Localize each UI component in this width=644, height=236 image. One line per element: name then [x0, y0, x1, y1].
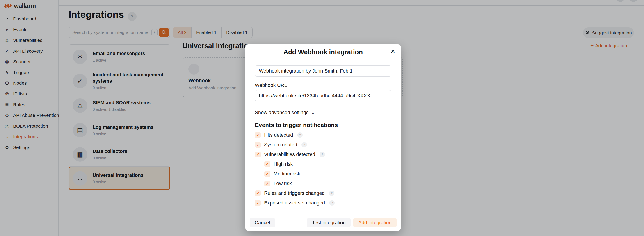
- cancel-button[interactable]: Cancel: [250, 218, 275, 228]
- help-icon[interactable]: ?: [329, 200, 334, 206]
- divider: [255, 106, 392, 106]
- checkbox-system-related[interactable]: ✓ System related ?: [255, 142, 392, 148]
- integration-name-input[interactable]: [255, 65, 392, 77]
- checked-checkbox-icon[interactable]: ✓: [264, 161, 270, 167]
- advanced-settings-label: Show advanced settings: [255, 110, 309, 116]
- add-webhook-modal: Add Webhook integration ✕ Webhook URL Sh…: [245, 44, 401, 231]
- checked-checkbox-icon[interactable]: ✓: [255, 142, 261, 148]
- checkbox-low-risk[interactable]: ✓ Low risk: [264, 181, 392, 187]
- checkbox-hits-detected[interactable]: ✓ Hits detected ?: [255, 132, 392, 138]
- event-checkbox-list: ✓ Hits detected ? ✓ System related ? ✓ V…: [255, 132, 392, 206]
- app-root: wallarm ◔Dashboard ⌕Events ⁂Vulnerabilit…: [0, 0, 644, 236]
- checked-checkbox-icon[interactable]: ✓: [255, 132, 261, 138]
- webhook-url-label: Webhook URL: [255, 82, 392, 88]
- checkbox-vulnerabilities-detected[interactable]: ✓ Vulnerabilities detected ?: [255, 152, 392, 157]
- footer-right-buttons: Test integration Add integration: [307, 218, 396, 228]
- checked-checkbox-icon[interactable]: ✓: [255, 190, 261, 196]
- webhook-url-input[interactable]: [255, 90, 392, 101]
- help-icon[interactable]: ?: [320, 152, 325, 157]
- events-heading: Events to trigger notifications: [255, 122, 392, 129]
- chevron-down-icon: ⌄: [311, 111, 315, 114]
- show-advanced-settings-toggle[interactable]: Show advanced settings ⌄: [255, 110, 392, 116]
- checked-checkbox-icon[interactable]: ✓: [264, 181, 270, 187]
- modal-title: Add Webhook integration: [284, 48, 363, 56]
- checked-checkbox-icon[interactable]: ✓: [255, 200, 261, 206]
- checkbox-rules-triggers-changed[interactable]: ✓ Rules and triggers changed ?: [255, 190, 392, 196]
- add-integration-button[interactable]: Add integration: [353, 218, 396, 228]
- checkbox-high-risk[interactable]: ✓ High risk: [264, 161, 392, 167]
- test-integration-button[interactable]: Test integration: [307, 218, 350, 228]
- close-icon[interactable]: ✕: [390, 48, 395, 54]
- checkbox-exposed-asset-set-changed[interactable]: ✓ Exposed asset set changed ?: [255, 200, 392, 206]
- modal-footer: Cancel Test integration Add integration: [245, 214, 401, 231]
- checked-checkbox-icon[interactable]: ✓: [264, 171, 270, 177]
- checked-checkbox-icon[interactable]: ✓: [255, 152, 261, 157]
- help-icon[interactable]: ?: [329, 191, 334, 196]
- help-icon[interactable]: ?: [302, 142, 307, 148]
- modal-header: Add Webhook integration ✕: [245, 44, 401, 60]
- modal-body: Webhook URL Show advanced settings ⌄ Eve…: [245, 60, 401, 206]
- checkbox-medium-risk[interactable]: ✓ Medium risk: [264, 171, 392, 177]
- help-icon[interactable]: ?: [297, 132, 302, 138]
